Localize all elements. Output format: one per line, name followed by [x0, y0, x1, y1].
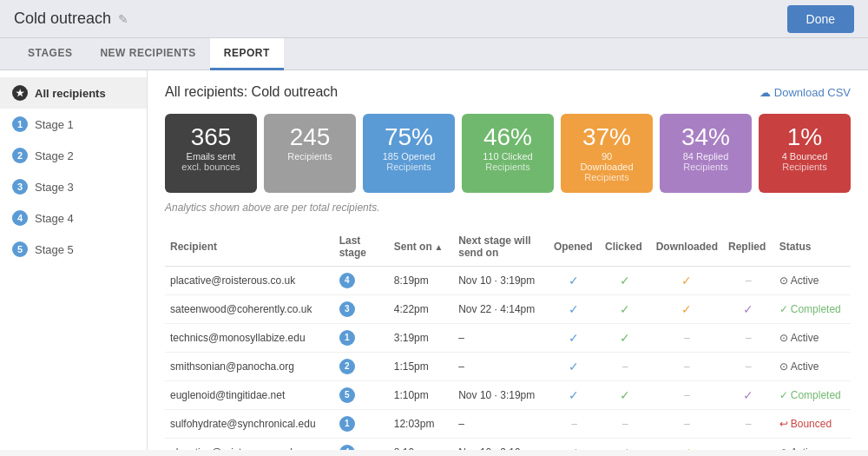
- top-bar: Cold outreach ✎ Done STAGES NEW RECIPIEN…: [0, 0, 868, 70]
- cell-stage: 1: [334, 409, 389, 438]
- th-clicked[interactable]: Clicked: [600, 228, 651, 267]
- check-clicked-icon: ✓: [620, 302, 630, 316]
- stat-bounced-number: 1%: [773, 124, 837, 151]
- cell-senton: 1:10pm: [389, 380, 453, 409]
- stat-clicked-label: 110 Clicked: [476, 151, 540, 162]
- check-opened-icon: ✓: [569, 360, 579, 373]
- sidebar-item-stage4[interactable]: 4 Stage 4: [0, 202, 147, 234]
- th-senton[interactable]: Sent on: [389, 228, 453, 267]
- cell-stage: 4: [334, 266, 389, 294]
- dash-icon: –: [746, 446, 752, 450]
- cell-replied: –: [723, 409, 774, 438]
- check-opened-icon: ✓: [569, 274, 579, 287]
- cell-replied: ✓: [723, 380, 774, 409]
- dash-icon: –: [622, 360, 628, 373]
- edit-icon[interactable]: ✎: [118, 12, 128, 26]
- cell-status: ✓ Completed: [774, 294, 851, 323]
- stat-replied: 34% 84 Replied Recipients: [660, 114, 752, 193]
- stage-badge: 5: [339, 387, 355, 403]
- cell-clicked: ✓: [600, 323, 651, 352]
- tab-bar: STAGES NEW RECIPIENTS REPORT: [0, 38, 868, 70]
- th-stage[interactable]: Last stage: [334, 228, 389, 267]
- th-recipient[interactable]: Recipient: [165, 228, 334, 267]
- cell-replied: –: [723, 438, 774, 450]
- th-opened[interactable]: Opened: [549, 228, 600, 267]
- download-csv-button[interactable]: ☁ Download CSV: [760, 86, 851, 99]
- th-status[interactable]: Status: [774, 228, 851, 267]
- dash-icon: –: [746, 332, 752, 344]
- stage-badge: 3: [339, 301, 355, 317]
- stage2-label: Stage 2: [35, 149, 74, 162]
- sidebar-item-all[interactable]: ★ All recipients: [0, 77, 147, 109]
- cell-nextstage: –: [453, 409, 549, 438]
- cell-status: ↩ Bounced: [774, 409, 851, 438]
- table-row: sulfohydrate@synchronical.edu 1 12:03pm …: [165, 409, 851, 438]
- content-header: All recipients: Cold outreach ☁ Download…: [165, 84, 851, 100]
- stats-row: 365 Emails sent excl. bounces 245 Recipi…: [165, 114, 851, 193]
- check-opened-icon: ✓: [569, 388, 579, 402]
- stage-badge: 4: [339, 273, 355, 288]
- active-icon: ⊙: [779, 360, 788, 373]
- dash-icon: –: [684, 360, 690, 373]
- check-opened-icon: ✓: [569, 331, 579, 345]
- sidebar-item-stage5[interactable]: 5 Stage 5: [0, 234, 147, 265]
- status-completed: ✓ Completed: [779, 303, 845, 315]
- table-row: placative@roisterous.co.uk 4 8:19pm Nov …: [165, 266, 851, 294]
- tab-new-recipients[interactable]: NEW RECIPIENTS: [86, 38, 209, 70]
- stage4-label: Stage 4: [35, 212, 74, 225]
- status-completed: ✓ Completed: [779, 389, 845, 401]
- stat-bounced-label: 4 Bounced: [773, 151, 837, 162]
- stage1-label: Stage 1: [35, 118, 74, 131]
- dash-icon: –: [684, 389, 690, 401]
- stat-clicked: 46% 110 Clicked Recipients: [462, 114, 554, 193]
- stat-clicked-sublabel: Recipients: [476, 162, 540, 172]
- stat-replied-number: 34%: [674, 124, 738, 151]
- status-active: ⊙ Active: [779, 332, 845, 344]
- th-replied[interactable]: Replied: [723, 228, 774, 267]
- table-header-row: Recipient Last stage Sent on Next stage …: [165, 228, 851, 267]
- cell-stage: 3: [334, 294, 389, 323]
- stage-badge: 2: [339, 359, 355, 374]
- cell-replied: –: [723, 352, 774, 380]
- cell-senton: 12:03pm: [389, 409, 453, 438]
- th-nextstage[interactable]: Next stage will send on: [453, 228, 549, 267]
- cell-nextstage: Nov 10 · 3:19pm: [453, 380, 549, 409]
- sidebar-item-stage2[interactable]: 2 Stage 2: [0, 140, 147, 171]
- cell-recipient: euglenoid@tingitidae.net: [165, 380, 334, 409]
- cell-senton: 8:19pm: [389, 438, 453, 450]
- cell-status: ⊙ Active: [774, 438, 851, 450]
- check-opened-icon: ✓: [569, 302, 579, 316]
- stage-badge: 4: [339, 445, 355, 450]
- active-icon: ⊙: [779, 446, 788, 450]
- cell-replied: –: [723, 323, 774, 352]
- cell-senton: 8:19pm: [389, 266, 453, 294]
- sidebar-item-stage1[interactable]: 1 Stage 1: [0, 109, 147, 140]
- status-active: ⊙ Active: [779, 360, 845, 373]
- stat-emails-sublabel: excl. bounces: [179, 162, 243, 172]
- tab-stages[interactable]: STAGES: [14, 38, 86, 70]
- cell-recipient: smithsonian@panocha.org: [165, 352, 334, 380]
- dash-icon: –: [622, 418, 628, 430]
- analytics-note: Analytics shown above are per total reci…: [165, 202, 851, 214]
- stat-downloaded-number: 37%: [575, 124, 639, 151]
- th-downloaded[interactable]: Downloaded: [651, 228, 723, 267]
- completed-icon: ✓: [779, 303, 788, 315]
- sidebar-item-stage3[interactable]: 3 Stage 3: [0, 171, 147, 202]
- cell-recipient: sateenwood@coherently.co.uk: [165, 294, 334, 323]
- done-button[interactable]: Done: [787, 5, 854, 33]
- cell-opened: –: [549, 409, 600, 438]
- status-active: ⊙ Active: [779, 446, 845, 450]
- table-row: smithsonian@panocha.org 2 1:15pm – ✓ – –…: [165, 352, 851, 380]
- table-row: technics@monosyllabize.edu 1 3:19pm – ✓ …: [165, 323, 851, 352]
- dash-icon: –: [571, 418, 577, 430]
- cell-nextstage: Nov 10 · 3:19pm: [453, 266, 549, 294]
- download-label: Download CSV: [774, 86, 851, 99]
- check-downloaded-icon: ✓: [681, 274, 692, 287]
- stage-badge: 1: [339, 330, 355, 346]
- stat-downloaded-label: 90 Downloaded: [575, 151, 639, 172]
- stat-recipients-label: Recipients: [278, 151, 342, 162]
- cell-replied: ✓: [723, 294, 774, 323]
- stat-opened-number: 75%: [377, 124, 441, 151]
- stat-opened-label: 185 Opened: [377, 151, 441, 162]
- tab-report[interactable]: REPORT: [210, 38, 284, 70]
